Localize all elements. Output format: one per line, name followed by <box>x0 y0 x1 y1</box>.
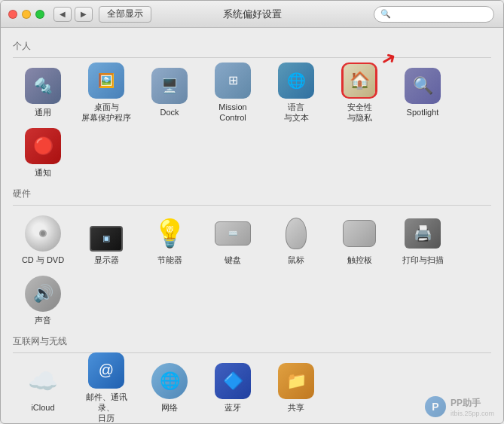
bluetooth-label: 蓝牙 <box>225 402 241 413</box>
language-label: 语言与文本 <box>284 102 309 124</box>
desktop-icon: 🖼️ <box>88 63 124 99</box>
mouse-label: 鼠标 <box>288 255 304 265</box>
display-label: 显示器 <box>94 255 119 265</box>
titlebar: ◀ ▶ 全部显示 系统偏好设置 🔍 <box>1 1 503 28</box>
internet-grid: ☁️ iCloud @ 邮件、通讯录、日历 🌐 网络 <box>13 359 491 416</box>
keyboard-label: 键盘 <box>225 255 241 265</box>
cddvd-icon <box>25 215 61 252</box>
energy-label: 节能器 <box>157 255 182 265</box>
watermark: P PP助手 itbis.25pp.com <box>425 396 494 417</box>
sharing-label: 共享 <box>288 402 304 413</box>
network-icon: 🌐 <box>151 363 188 399</box>
content-area: 个人 🔩 通用 🖼️ 桌面与屏幕保护程序 🖥️ <box>1 28 503 423</box>
keyboard-icon: ⌨️ <box>215 215 251 252</box>
pref-language[interactable]: 🌐 语言与文本 <box>266 64 326 121</box>
pref-keyboard[interactable]: ⌨️ 键盘 <box>203 212 263 269</box>
security-icon: 🏠 ➜ <box>341 63 377 99</box>
pref-mission[interactable]: ⊞ MissionControl <box>203 64 263 121</box>
notification-icon: 🔴 <box>25 128 61 164</box>
dock-icon: 🖥️ <box>151 68 188 104</box>
mail-label: 邮件、通讯录、日历 <box>79 392 133 423</box>
section-title-hardware: 硬件 <box>13 188 491 200</box>
pp-logo-icon: P <box>425 396 446 417</box>
pref-bluetooth[interactable]: 🔷 蓝牙 <box>203 359 263 416</box>
spotlight-icon: 🔍 <box>405 68 441 104</box>
general-icon: 🔩 <box>25 68 61 104</box>
section-divider-hardware <box>13 205 491 206</box>
pref-network[interactable]: 🌐 网络 <box>139 359 200 416</box>
nav-buttons: ◀ ▶ <box>53 7 93 22</box>
search-icon: 🔍 <box>380 9 391 19</box>
search-box[interactable]: 🔍 <box>374 6 494 23</box>
close-button[interactable] <box>8 10 17 19</box>
scroll-content: 个人 🔩 通用 🖼️ 桌面与屏幕保护程序 🖥️ <box>1 28 503 423</box>
hardware-grid: CD 与 DVD ▣ 显示器 💡 <box>13 212 491 329</box>
security-label: 安全性与隐私 <box>347 102 372 124</box>
watermark-text: PP助手 itbis.25pp.com <box>451 397 494 417</box>
language-icon: 🌐 <box>278 63 314 99</box>
icloud-icon: ☁️ <box>25 363 61 399</box>
pref-general[interactable]: 🔩 通用 <box>13 64 73 121</box>
pref-trackpad[interactable]: 触控板 <box>329 212 389 269</box>
show-all-button[interactable]: 全部显示 <box>99 6 151 23</box>
pref-sound[interactable]: 🔊 声音 <box>13 272 73 329</box>
pref-desktop[interactable]: 🖼️ 桌面与屏幕保护程序 <box>76 64 136 121</box>
sound-label: 声音 <box>35 315 51 325</box>
general-label: 通用 <box>35 107 51 117</box>
mouse-icon <box>278 215 314 252</box>
display-icon: ▣ <box>88 215 124 252</box>
pp-brand: PP助手 <box>451 397 494 410</box>
print-icon: 🖨️ <box>405 215 441 252</box>
pref-spotlight[interactable]: 🔍 Spotlight <box>393 64 453 121</box>
pref-display[interactable]: ▣ 显示器 <box>76 212 136 269</box>
spotlight-label: Spotlight <box>407 107 439 117</box>
forward-button[interactable]: ▶ <box>75 7 93 22</box>
sound-icon: 🔊 <box>25 276 61 312</box>
mission-label: MissionControl <box>218 102 246 124</box>
pref-cddvd[interactable]: CD 与 DVD <box>13 212 73 269</box>
window-title: 系统偏好设置 <box>223 8 282 21</box>
pp-url: itbis.25pp.com <box>451 410 494 417</box>
pref-dock[interactable]: 🖥️ Dock <box>139 64 200 121</box>
section-title-personal: 个人 <box>13 40 491 53</box>
back-button[interactable]: ◀ <box>53 7 72 22</box>
main-window: ◀ ▶ 全部显示 系统偏好设置 🔍 个人 🔩 通用 � <box>0 0 504 424</box>
pref-mail[interactable]: @ 邮件、通讯录、日历 <box>76 359 136 416</box>
print-label: 打印与扫描 <box>402 255 444 265</box>
cddvd-label: CD 与 DVD <box>22 255 64 265</box>
pref-icloud[interactable]: ☁️ iCloud <box>13 359 73 416</box>
bluetooth-icon: 🔷 <box>215 363 251 399</box>
dock-label: Dock <box>160 107 179 117</box>
section-title-internet: 互联网与无线 <box>13 335 491 348</box>
pref-notification[interactable]: 🔴 通知 <box>13 124 73 181</box>
trackpad-label: 触控板 <box>347 255 372 265</box>
icloud-label: iCloud <box>31 402 54 413</box>
notification-label: 通知 <box>35 167 51 178</box>
pref-sharing[interactable]: 📁 共享 <box>266 359 326 416</box>
pref-energy[interactable]: 💡 节能器 <box>139 212 200 269</box>
mail-icon: @ <box>88 352 124 389</box>
sharing-icon: 📁 <box>278 363 314 399</box>
pref-security[interactable]: 🏠 ➜ 安全性与隐私 <box>329 64 389 121</box>
maximize-button[interactable] <box>35 10 44 19</box>
traffic-lights <box>8 10 44 19</box>
minimize-button[interactable] <box>22 10 31 19</box>
pref-mouse[interactable]: 鼠标 <box>266 212 326 269</box>
desktop-label: 桌面与屏幕保护程序 <box>81 102 131 124</box>
mission-icon: ⊞ <box>215 63 251 99</box>
section-divider-personal <box>13 57 491 58</box>
section-divider-internet <box>13 352 491 353</box>
personal-grid: 🔩 通用 🖼️ 桌面与屏幕保护程序 🖥️ Dock <box>13 64 491 181</box>
trackpad-icon <box>341 215 377 252</box>
network-label: 网络 <box>161 402 178 413</box>
energy-icon: 💡 <box>151 215 188 252</box>
pref-print[interactable]: 🖨️ 打印与扫描 <box>393 212 453 269</box>
